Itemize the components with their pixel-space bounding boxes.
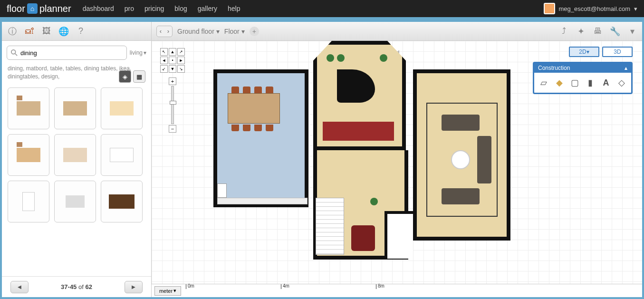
nav-pro[interactable]: pro [125, 5, 134, 12]
catalog-item[interactable] [54, 134, 96, 176]
nav-gallery[interactable]: gallery [198, 5, 217, 12]
chevron-down-icon: ▾ [241, 28, 245, 35]
brand-badge-icon: ⌂ [27, 3, 38, 14]
view-3d-thumb-button[interactable]: ◈ [119, 70, 131, 83]
catalog-item[interactable] [101, 87, 143, 129]
catalog-item[interactable] [8, 134, 49, 176]
chevron-down-icon: ▾ [144, 49, 146, 56]
export-icon[interactable]: ⤴ [558, 26, 569, 37]
collapse-icon[interactable]: ▴ [625, 65, 627, 71]
avatar[interactable] [544, 3, 555, 14]
brand-prefix: floor [7, 3, 25, 14]
history-buttons: ‹ › [156, 26, 173, 37]
pan-e-button[interactable]: ► [177, 57, 185, 64]
filter-dropdown[interactable]: living ▾ [130, 49, 146, 56]
door-tool-icon[interactable]: ▮ [585, 77, 596, 89]
zoom-handle[interactable] [170, 101, 176, 105]
search-icon [11, 49, 18, 56]
share-icon[interactable]: ✦ [576, 26, 586, 37]
pan-w-button[interactable]: ◄ [160, 57, 168, 64]
chevron-down-icon: ▾ [173, 288, 176, 294]
ruler-mark: 8m [378, 283, 384, 289]
pager: ◄ 37-45 of 62 ► [2, 276, 151, 297]
furniture-icon[interactable]: 🛋 [24, 26, 35, 37]
dimension-tool-icon[interactable]: ◇ [615, 77, 627, 89]
pan-zoom-controls: ↖ ▲ ↗ ◄ • ► ↙ ▼ ↘ + − [160, 48, 185, 133]
view-3d-button[interactable]: 3D [602, 47, 633, 57]
chevron-down-icon[interactable]: ▾ [627, 26, 637, 37]
user-menu-caret-icon[interactable]: ▾ [634, 5, 637, 12]
crumb-floor[interactable]: Floor ▾ [224, 28, 245, 35]
brand-logo[interactable]: floor ⌂ planner [7, 3, 71, 14]
photo-icon[interactable]: 🖼 [41, 26, 52, 37]
stairs[interactable] [316, 198, 344, 255]
pan-center-button[interactable]: • [169, 57, 176, 64]
undo-button[interactable]: ‹ [157, 26, 164, 37]
help-icon[interactable]: ? [75, 26, 87, 37]
furniture-chair[interactable] [266, 87, 273, 93]
view-2d-button[interactable]: 2D ▾ [569, 47, 599, 57]
ruler-mark: 4m [283, 283, 289, 289]
crumb-ground-floor[interactable]: Ground floor ▾ [177, 28, 220, 35]
furniture-dining-table[interactable] [228, 93, 280, 124]
redo-button[interactable]: › [164, 26, 172, 37]
catalog-item[interactable] [8, 181, 49, 222]
unit-dropdown[interactable]: meter▾ [154, 286, 181, 296]
info-icon[interactable]: ⓘ [7, 26, 18, 37]
nav-dashboard[interactable]: dashboard [83, 5, 114, 12]
add-floor-button[interactable]: + [250, 27, 259, 36]
furniture-chair[interactable] [243, 125, 250, 131]
search-input[interactable] [20, 49, 123, 57]
sidebar-toolbar: ⓘ 🛋 🖼 🌐 ? [2, 22, 151, 41]
catalog-item[interactable] [101, 134, 143, 176]
view-2d-thumb-button[interactable]: ▦ [133, 70, 145, 83]
svg-point-0 [11, 50, 16, 54]
nav-pricing[interactable]: pricing [144, 5, 164, 12]
furniture-area-rug[interactable] [426, 103, 498, 217]
canvas-toolbar: ‹ › Ground floor ▾ Floor ▾ + ⤴ ✦ 🖶 🔧 ▾ [152, 22, 642, 41]
kitchen-counter[interactable] [217, 198, 308, 204]
catalog-item[interactable] [54, 181, 96, 222]
settings-icon[interactable]: 🔧 [610, 26, 620, 37]
plant-icon[interactable] [370, 198, 378, 205]
furniture-chair[interactable] [266, 125, 273, 131]
catalog-item[interactable] [8, 87, 49, 129]
room-bath[interactable] [384, 211, 413, 259]
furniture-chair[interactable] [231, 125, 239, 131]
pan-ne-button[interactable]: ↗ [177, 48, 185, 56]
furniture-chair[interactable] [254, 125, 262, 131]
svg-line-1 [15, 54, 17, 56]
pan-sw-button[interactable]: ↙ [160, 65, 168, 73]
plant-icon[interactable] [327, 54, 334, 62]
canvas: ‹ › Ground floor ▾ Floor ▾ + ⤴ ✦ 🖶 🔧 ▾ [152, 22, 642, 297]
furniture-rug[interactable] [323, 122, 394, 141]
pan-s-button[interactable]: ▼ [169, 65, 176, 73]
plant-icon[interactable] [380, 54, 387, 62]
plant-icon[interactable] [337, 54, 345, 62]
pager-text: 37-45 of 62 [61, 283, 92, 290]
search-input-wrap [7, 46, 127, 60]
zoom-in-button[interactable]: + [169, 77, 176, 85]
pager-next-button[interactable]: ► [125, 281, 143, 293]
pan-n-button[interactable]: ▲ [169, 48, 176, 56]
furniture-chair[interactable] [231, 87, 239, 93]
print-icon[interactable]: 🖶 [593, 26, 603, 37]
zoom-slider[interactable] [171, 86, 174, 124]
zoom-out-button[interactable]: − [169, 125, 176, 133]
pan-se-button[interactable]: ↘ [177, 65, 185, 73]
catalog-item[interactable] [54, 87, 96, 129]
pager-prev-button[interactable]: ◄ [10, 281, 29, 293]
pan-nw-button[interactable]: ↖ [160, 48, 168, 56]
catalog-item[interactable] [101, 181, 143, 222]
user-email[interactable]: meg_escott@hotmail.com [559, 5, 630, 12]
floorplan[interactable]: First design loaded [213, 41, 565, 264]
nav-blog[interactable]: blog [174, 5, 187, 12]
globe-icon[interactable]: 🌐 [58, 26, 69, 37]
furniture-chair[interactable] [254, 87, 262, 93]
furniture-armchair[interactable] [351, 225, 375, 251]
appliance-stove[interactable] [217, 183, 227, 198]
furniture-chair[interactable] [243, 87, 250, 93]
nav-help[interactable]: help [228, 5, 240, 12]
text-tool-icon[interactable]: A [600, 77, 612, 89]
wall-tool-icon[interactable]: ▢ [569, 77, 581, 89]
